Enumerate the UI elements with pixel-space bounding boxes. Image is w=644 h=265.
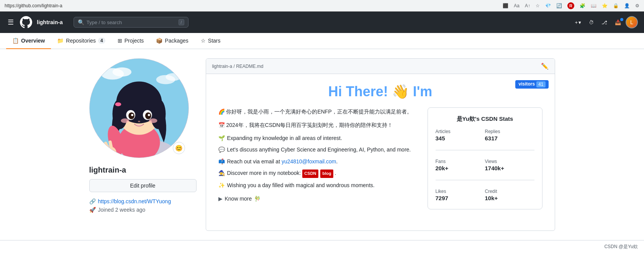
fans-value: 20k+ <box>436 165 485 171</box>
timer-button[interactable]: ⏱ <box>586 17 597 28</box>
projects-icon: ⊞ <box>118 38 122 44</box>
bullet-1: 🌱 Expanding my knowledge in all areas of… <box>218 134 418 142</box>
bullet-3: 📫 Reach out via email at yu24810@foxmail… <box>218 157 418 166</box>
profile-meta: 🔗 https://blog.csdn.net/WTYuong 🚀 Joined… <box>89 198 197 213</box>
browser-bar: https://github.com/lightrain-a ⬛ Aa A↑ ☆… <box>0 0 644 12</box>
rocket-icon: 🚀 <box>89 207 96 213</box>
know-more-label: Know more <box>225 196 252 202</box>
new-button[interactable]: + ▾ <box>572 17 584 28</box>
articles-value: 345 <box>436 135 485 142</box>
footer-note: CSDN @是Yu欸 <box>0 240 644 253</box>
visitors-badge: visitors 41 <box>515 80 548 89</box>
csdn-stat-views: Views 1740k+ <box>485 159 534 171</box>
search-box[interactable]: 🔍 Type / to search / <box>74 17 188 28</box>
csdn-stats-card: 是Yu欸's CSDN Stats Articles 345 Replies 6… <box>428 107 542 209</box>
profile-nav: 📋 Overview 📁 Repositories 4 ⊞ Projects 📦… <box>0 33 644 49</box>
csdn-stats-title: 是Yu欸's CSDN Stats <box>436 115 534 123</box>
svg-point-15 <box>115 102 121 106</box>
profile-username: lightrain-a <box>89 166 197 174</box>
user-avatar-button[interactable]: L <box>626 16 638 28</box>
csdn-stat-likes: Likes 7297 <box>436 189 485 201</box>
joined-text: Joined 2 weeks ago <box>98 207 146 213</box>
readme-body: visitors 41 Hi There! 👋 I'm 🌈 你好呀，我是小雨，一… <box>206 74 555 219</box>
svg-point-24 <box>138 121 140 122</box>
nav-item-overview[interactable]: 📋 Overview <box>6 33 51 49</box>
bullet-1-icon: 🌱 <box>218 134 225 142</box>
inbox-button[interactable]: 📥 <box>612 17 624 28</box>
views-value: 1740k+ <box>485 165 534 171</box>
edit-profile-button[interactable]: Edit profile <box>89 179 197 192</box>
nav-item-projects[interactable]: ⊞ Projects <box>111 33 150 49</box>
bullet-1-text: Expanding my knowledge in all areas of i… <box>227 134 342 142</box>
know-more-arrow-icon: ▶ <box>218 196 223 202</box>
bullet-5: ✨ Wishing you a day filled with magical … <box>218 181 418 189</box>
search-placeholder: Type / to search <box>87 20 176 25</box>
visitors-count: 41 <box>536 81 545 87</box>
edit-icon[interactable]: ✏️ <box>541 63 549 70</box>
repositories-badge: 4 <box>98 38 105 44</box>
intro-line-1: 🌈 你好呀，我是小雨，一个充满好奇心的ENFP，正在不断提升能力以满足前者。 <box>218 107 418 116</box>
replies-value: 6317 <box>485 135 534 142</box>
readme-bullets: 🌱 Expanding my knowledge in all areas of… <box>218 134 418 189</box>
nav-item-packages[interactable]: 📦 Packages <box>150 33 194 49</box>
intro-line-2: 📅 2024年，我将在CSDN每日用百字笺刻划时光，期待你的陪伴和支持！ <box>218 121 418 129</box>
svg-point-23 <box>149 119 157 123</box>
readme-card: lightrain-a / README.md ✏️ visitors 41 H… <box>206 58 555 231</box>
know-more[interactable]: ▶ Know more 🎋 <box>218 196 418 202</box>
nav-item-repositories[interactable]: 📁 Repositories 4 <box>51 33 111 49</box>
svg-point-20 <box>131 114 133 116</box>
email-link[interactable]: yu24810@foxmail.com <box>282 158 336 165</box>
svg-point-2 <box>112 67 131 77</box>
bullet-2-icon: 💬 <box>218 145 225 154</box>
pull-request-button[interactable]: ⎇ <box>598 17 610 28</box>
browser-icons: ⬛ Aa A↑ ☆ 💎 🔄 R 🧩 📖 ⭐ 🔒 👤 ⚙ <box>503 2 639 9</box>
overview-icon: 📋 <box>12 38 19 44</box>
packages-icon: 📦 <box>156 38 162 44</box>
nav-item-stars[interactable]: ☆ Stars <box>195 33 227 49</box>
overview-label: Overview <box>21 38 45 44</box>
repositories-icon: 📁 <box>57 38 64 44</box>
articles-label: Articles <box>436 129 485 134</box>
notification-dot <box>620 18 623 21</box>
visitors-label: visitors <box>518 81 535 87</box>
avatar-container: 😊 <box>89 58 189 158</box>
bullet-3-text: Reach out via email at yu24810@foxmail.c… <box>227 157 338 166</box>
github-logo <box>20 16 32 28</box>
blog-badge: blog <box>320 170 333 178</box>
views-label: Views <box>485 159 534 164</box>
credit-value: 10k+ <box>485 195 534 201</box>
packages-label: Packages <box>165 38 188 44</box>
stars-icon: ☆ <box>201 38 206 44</box>
profile-website: 🔗 https://blog.csdn.net/WTYuong <box>89 198 197 204</box>
readme-left: 🌈 你好呀，我是小雨，一个充满好奇心的ENFP，正在不断提升能力以满足前者。 📅… <box>218 107 418 209</box>
profile-joined: 🚀 Joined 2 weeks ago <box>89 207 197 213</box>
know-more-decoration: 🎋 <box>254 196 261 202</box>
browser-url: https://github.com/lightrain-a <box>5 3 62 8</box>
bullet-2-text: Let's discuss anything Cyber Science and… <box>227 145 411 154</box>
csdn-badge: CSDN <box>302 170 318 178</box>
readme-header: lightrain-a / README.md ✏️ <box>206 59 555 74</box>
main-layout: 😊 lightrain-a Edit profile 🔗 https://blo… <box>77 49 567 240</box>
profile-sidebar: 😊 lightrain-a Edit profile 🔗 https://blo… <box>89 58 197 231</box>
bullet-3-icon: 📫 <box>218 157 225 166</box>
emoji-reaction-button[interactable]: 😊 <box>173 142 185 154</box>
csdn-stat-credit: Credit 10k+ <box>485 189 534 201</box>
repositories-label: Repositories <box>66 38 96 44</box>
footer-text: CSDN @是Yu欸 <box>604 244 638 249</box>
header-username: lightrain-a <box>37 19 63 25</box>
csdn-stat-articles: Articles 345 <box>436 129 485 142</box>
bullet-4: 🧙 Discover more in my notebook: CSDN blo… <box>218 169 418 178</box>
link-icon: 🔗 <box>89 198 96 204</box>
svg-point-21 <box>147 114 150 116</box>
readme-path: lightrain-a / README.md <box>212 64 264 69</box>
csdn-stat-replies: Replies 6317 <box>485 129 534 142</box>
bullet-5-text: Wishing you a day filled with magical an… <box>227 181 375 189</box>
csdn-stat-fans: Fans 20k+ <box>436 159 485 171</box>
svg-point-22 <box>121 119 129 123</box>
search-shortcut: / <box>179 19 184 25</box>
bullet-5-icon: ✨ <box>218 181 225 189</box>
hamburger-menu-button[interactable]: ☰ <box>6 16 15 28</box>
website-link[interactable]: https://blog.csdn.net/WTYuong <box>98 198 171 204</box>
bullet-4-icon: 🧙 <box>218 169 225 177</box>
user-avatar <box>89 58 189 158</box>
